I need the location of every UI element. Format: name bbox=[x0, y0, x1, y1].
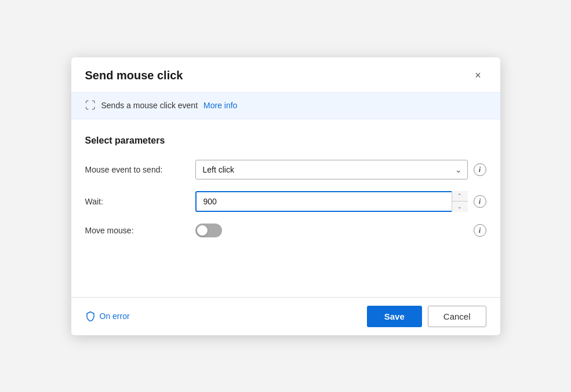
move-mouse-row: Move mouse: i bbox=[85, 224, 486, 237]
wait-row: Wait: ⌃ ⌄ i bbox=[85, 191, 486, 212]
wait-decrement-button[interactable]: ⌄ bbox=[452, 202, 468, 212]
banner-text: Sends a mouse click event bbox=[101, 101, 198, 110]
mouse-event-row: Mouse event to send: Left click Right cl… bbox=[85, 160, 486, 179]
wait-input-wrapper: ⌃ ⌄ bbox=[195, 191, 468, 212]
on-error-button[interactable]: On error bbox=[85, 311, 130, 321]
move-mouse-toggle[interactable] bbox=[195, 224, 222, 237]
mouse-event-label: Mouse event to send: bbox=[85, 165, 195, 174]
wait-info-icon[interactable]: i bbox=[474, 195, 486, 208]
on-error-label: On error bbox=[100, 312, 130, 321]
close-button[interactable]: × bbox=[470, 68, 486, 84]
send-mouse-click-dialog: Send mouse click × ⛶ Sends a mouse click… bbox=[71, 57, 500, 335]
save-button[interactable]: Save bbox=[367, 306, 422, 327]
move-mouse-label: Move mouse: bbox=[85, 226, 195, 235]
mouse-event-control-wrap: Left click Right click Double click Midd… bbox=[195, 160, 486, 179]
shield-icon bbox=[85, 311, 96, 321]
section-title: Select parameters bbox=[85, 135, 486, 146]
move-mouse-control-wrap: i bbox=[195, 224, 486, 237]
info-banner: ⛶ Sends a mouse click event More info bbox=[71, 92, 500, 119]
wait-control-wrap: ⌃ ⌄ i bbox=[195, 191, 486, 212]
toggle-slider bbox=[195, 224, 222, 237]
wait-input[interactable] bbox=[195, 191, 468, 212]
dialog-header: Send mouse click × bbox=[71, 57, 500, 92]
footer-actions: Save Cancel bbox=[367, 306, 486, 327]
dialog-body: Select parameters Mouse event to send: L… bbox=[71, 119, 500, 297]
cancel-button[interactable]: Cancel bbox=[428, 306, 486, 327]
wait-label: Wait: bbox=[85, 197, 195, 206]
wait-increment-button[interactable]: ⌃ bbox=[452, 191, 468, 202]
dialog-footer: On error Save Cancel bbox=[71, 297, 500, 335]
mouse-cursor-icon: ⛶ bbox=[85, 100, 96, 112]
dialog-title: Send mouse click bbox=[85, 69, 183, 82]
more-info-link[interactable]: More info bbox=[203, 101, 237, 110]
move-mouse-info-icon[interactable]: i bbox=[474, 224, 486, 237]
mouse-event-select[interactable]: Left click Right click Double click Midd… bbox=[195, 160, 468, 179]
mouse-event-select-wrapper: Left click Right click Double click Midd… bbox=[195, 160, 468, 179]
wait-spinners: ⌃ ⌄ bbox=[452, 191, 468, 212]
mouse-event-info-icon[interactable]: i bbox=[474, 163, 486, 176]
